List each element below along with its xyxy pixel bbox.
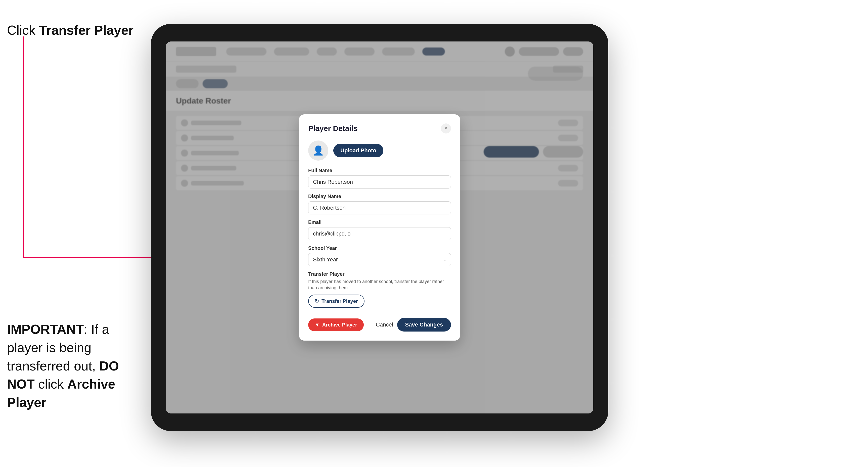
refresh-icon: ↻ [315,298,319,304]
full-name-group: Full Name [308,168,451,188]
school-year-label: School Year [308,245,451,251]
email-label: Email [308,219,451,225]
archive-player-button[interactable]: ▼ Archive Player [308,318,364,331]
full-name-label: Full Name [308,168,451,174]
email-input[interactable] [308,227,451,240]
tablet-screen: Update Roster [166,41,593,413]
email-group: Email [308,219,451,240]
avatar-section: 👤 Upload Photo [308,141,451,161]
instruction-top: Click Transfer Player [7,23,133,38]
display-name-group: Display Name [308,193,451,214]
display-name-input[interactable] [308,201,451,214]
transfer-player-section: Transfer Player If this player has moved… [308,271,451,308]
important-label: IMPORTANT [7,322,84,337]
modal-title: Player Details [308,124,358,133]
full-name-input[interactable] [308,176,451,188]
instruction-bottom: IMPORTANT: If a player is being transfer… [7,320,148,412]
player-details-modal: Player Details × 👤 Upload Photo Full Nam… [299,114,460,341]
modal-overlay: Player Details × 👤 Upload Photo Full Nam… [166,41,593,413]
transfer-section-title: Transfer Player [308,271,451,277]
cancel-button[interactable]: Cancel [376,321,393,328]
upload-photo-button[interactable]: Upload Photo [333,144,383,157]
modal-header: Player Details × [308,123,451,133]
modal-close-button[interactable]: × [441,123,451,133]
transfer-player-button[interactable]: ↻ Transfer Player [308,294,365,308]
instruction-rest2: click [35,377,67,391]
avatar-circle: 👤 [308,141,328,161]
school-year-group: School Year Sixth Year Fifth Year Fourth… [308,245,451,266]
save-changes-button[interactable]: Save Changes [397,318,451,332]
school-year-select[interactable]: Sixth Year Fifth Year Fourth Year Third … [308,253,451,266]
avatar-icon: 👤 [313,145,324,156]
archive-player-label: Archive Player [322,322,357,328]
transfer-section-description: If this player has moved to another scho… [308,279,451,291]
instruction-text: Click [7,23,39,37]
school-year-select-wrapper: Sixth Year Fifth Year Fourth Year Third … [308,253,451,266]
display-name-label: Display Name [308,193,451,199]
archive-icon: ▼ [315,322,320,328]
tablet-frame: Update Roster [151,24,608,431]
transfer-player-label: Transfer Player [321,298,358,304]
instruction-bold: Transfer Player [39,23,133,37]
modal-footer: ▼ Archive Player Cancel Save Changes [308,314,451,332]
arrow-vertical-line [23,36,24,258]
